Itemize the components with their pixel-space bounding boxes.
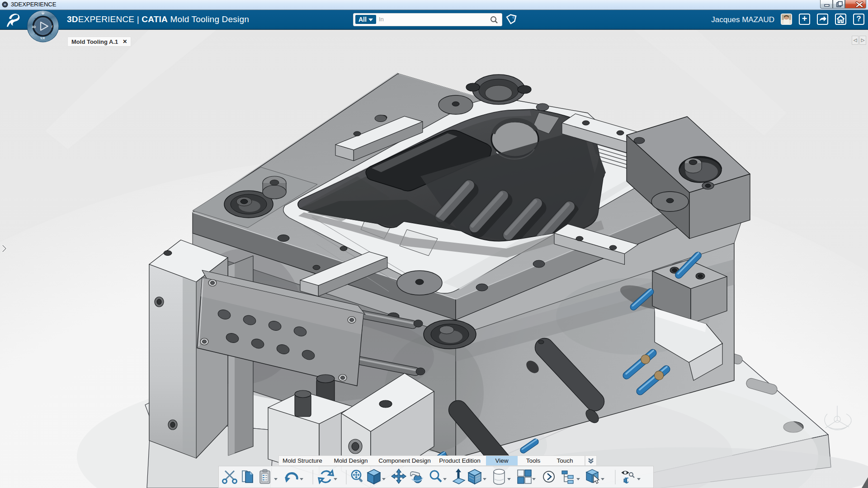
svg-text:V.R: V.R [40, 37, 45, 40]
svg-text:3D: 3D [32, 25, 36, 28]
